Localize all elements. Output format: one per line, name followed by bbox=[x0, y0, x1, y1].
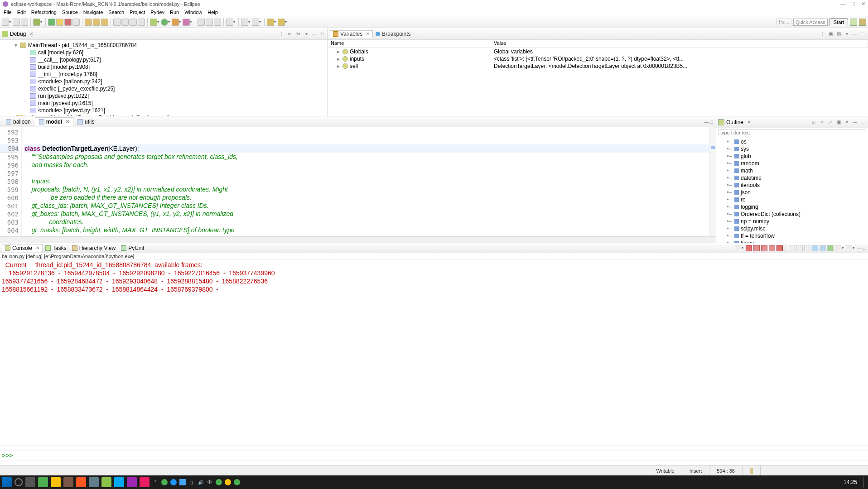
word-wrap-icon[interactable] bbox=[804, 245, 810, 251]
menu-pydev[interactable]: Pydev bbox=[150, 10, 164, 15]
link-icon[interactable]: ⇆ bbox=[295, 31, 301, 37]
close-window-button[interactable]: ✕ bbox=[861, 1, 865, 7]
open-console-icon[interactable] bbox=[827, 245, 834, 251]
new-console-icon[interactable] bbox=[835, 245, 841, 251]
tray-volume-icon[interactable]: 🔊 bbox=[198, 479, 204, 485]
overview-ruler[interactable] bbox=[709, 127, 716, 236]
outline-item[interactable]: •–re bbox=[716, 196, 868, 203]
outline-item[interactable]: •–OrderedDict (collections) bbox=[716, 211, 868, 218]
tab-variables[interactable]: Variables✕ bbox=[330, 30, 373, 38]
start-button[interactable]: Start bbox=[829, 18, 848, 26]
collapse-icon[interactable]: ⇤ bbox=[287, 31, 293, 37]
console-scroll-h[interactable] bbox=[0, 445, 868, 451]
console-prompt[interactable]: >>> bbox=[0, 451, 868, 460]
prompt-scroll-h[interactable] bbox=[0, 460, 868, 465]
maximize-icon[interactable]: □ bbox=[860, 31, 866, 37]
debug-tree[interactable]: ▾MainThread - pid_15244_id_1658808786784… bbox=[0, 40, 328, 116]
maximize-view-icon[interactable]: □ bbox=[319, 31, 326, 37]
next-annotation-icon[interactable] bbox=[241, 19, 248, 26]
eclipse-taskbar-icon[interactable] bbox=[140, 477, 149, 487]
start-menu-icon[interactable] bbox=[2, 477, 12, 487]
minimize-button[interactable]: — bbox=[840, 1, 845, 7]
outline-item[interactable]: •–json bbox=[716, 189, 868, 196]
outline-item[interactable]: •–math bbox=[716, 167, 868, 174]
variable-detail-pane[interactable] bbox=[328, 98, 868, 116]
maximize-editor-icon[interactable]: □ bbox=[710, 119, 713, 125]
outline-item[interactable]: •–logging bbox=[716, 203, 868, 211]
minimize-icon[interactable]: — bbox=[852, 31, 858, 37]
close-icon[interactable]: ✕ bbox=[747, 120, 751, 125]
minimize-icon[interactable]: — bbox=[852, 119, 858, 125]
tab-tasks[interactable]: Tasks bbox=[43, 244, 69, 252]
code-editor[interactable]: class DetectionTargetLayer(KE.Layer): ""… bbox=[22, 127, 709, 236]
frame-0[interactable]: call [model.py:626] bbox=[38, 49, 83, 56]
new-project-icon[interactable] bbox=[214, 19, 221, 26]
menu-run[interactable]: Run bbox=[170, 10, 179, 15]
frame-4[interactable]: <module> [balloon.py:342] bbox=[38, 78, 102, 85]
clear-console-icon[interactable] bbox=[789, 245, 795, 251]
outline-item[interactable]: •–tf = tensorflow bbox=[716, 232, 868, 240]
hide-icon[interactable]: ✕ bbox=[819, 119, 825, 125]
new-module-icon[interactable] bbox=[198, 19, 205, 26]
tab-utils[interactable]: utils bbox=[73, 117, 98, 126]
menu-navigate[interactable]: Navigate bbox=[83, 10, 103, 15]
step-over-icon[interactable] bbox=[93, 19, 100, 26]
line-number-gutter[interactable]: 592 593 594 595 596 597 598 599 600 601 … bbox=[0, 127, 22, 236]
taskbar-app-icon[interactable] bbox=[127, 477, 137, 487]
frame-7[interactable]: main [pydevd.py:1615] bbox=[38, 100, 93, 106]
terminate-all-icon[interactable] bbox=[753, 245, 760, 251]
forward-icon[interactable] bbox=[278, 19, 285, 26]
resume-icon[interactable] bbox=[48, 19, 55, 26]
process-label[interactable]: balloon.py [debug] [e:\ProgramData\Anaco… bbox=[24, 115, 169, 116]
menu-window[interactable]: Window bbox=[184, 10, 202, 15]
task-view-icon[interactable] bbox=[25, 477, 35, 487]
close-icon[interactable]: ✕ bbox=[36, 245, 39, 250]
step-into-icon[interactable] bbox=[85, 19, 92, 26]
step-return-icon[interactable] bbox=[101, 19, 108, 26]
taskbar-app-icon[interactable] bbox=[38, 477, 48, 487]
tab-breakpoints[interactable]: Breakpoints bbox=[373, 31, 413, 37]
maximize-button[interactable]: □ bbox=[852, 1, 855, 7]
profile-icon[interactable] bbox=[183, 19, 190, 26]
frame-1[interactable]: __call__ [topology.py:617] bbox=[38, 57, 101, 63]
tray-icon[interactable] bbox=[179, 479, 186, 485]
outline-item[interactable]: •–keras bbox=[716, 240, 868, 243]
drop-frame-icon[interactable] bbox=[113, 19, 121, 26]
minimize-editor-icon[interactable]: — bbox=[704, 119, 709, 125]
taskbar-app-icon[interactable] bbox=[89, 477, 99, 487]
search-icon[interactable] bbox=[226, 19, 233, 26]
tray-wechat-icon[interactable] bbox=[234, 479, 240, 485]
new-package-icon[interactable] bbox=[206, 19, 213, 26]
outline-item[interactable]: •–datetime bbox=[716, 174, 868, 182]
tab-console[interactable]: Console✕ bbox=[2, 244, 43, 252]
menu-edit[interactable]: Edit bbox=[17, 10, 26, 15]
tab-pyunit[interactable]: PyUnit bbox=[118, 244, 147, 252]
frame-3[interactable]: __init__ [model.py:1768] bbox=[38, 71, 97, 77]
pin-console-icon[interactable] bbox=[812, 245, 818, 251]
back-icon[interactable] bbox=[267, 19, 274, 26]
display-console-icon[interactable] bbox=[820, 245, 826, 251]
disconnect-icon[interactable] bbox=[72, 19, 80, 26]
skip-breakpoints-icon[interactable] bbox=[33, 19, 40, 26]
taskbar-app-icon[interactable] bbox=[114, 477, 124, 487]
tab-model[interactable]: model✕ bbox=[35, 117, 73, 126]
frame-5[interactable]: execfile [_pydev_execfile.py:25] bbox=[38, 86, 115, 92]
menu-search[interactable]: Search bbox=[108, 10, 124, 15]
coverage-icon[interactable] bbox=[172, 19, 179, 26]
sel-console-icon[interactable] bbox=[846, 245, 852, 251]
close-icon[interactable]: ✕ bbox=[29, 31, 33, 36]
collapse-icon[interactable]: ▣ bbox=[835, 119, 842, 125]
debug-toolbar-icon[interactable]: ⋮ bbox=[279, 31, 285, 37]
link-icon[interactable]: ▤ bbox=[835, 31, 842, 37]
console-toolbar-icon[interactable] bbox=[735, 245, 741, 251]
frame-2[interactable]: build [model.py:1908] bbox=[38, 64, 90, 70]
taskbar-app-icon[interactable] bbox=[76, 477, 86, 487]
col-name-header[interactable]: Name bbox=[328, 40, 491, 48]
taskbar-app-icon[interactable] bbox=[63, 477, 73, 487]
col-value-header[interactable]: Value bbox=[491, 40, 868, 48]
view-menu-icon[interactable]: ▾ bbox=[303, 31, 309, 37]
new-icon[interactable] bbox=[2, 19, 9, 26]
terminate-icon[interactable] bbox=[64, 19, 72, 26]
debug-perspective-icon[interactable] bbox=[850, 19, 857, 26]
stop-icon[interactable] bbox=[776, 245, 783, 251]
